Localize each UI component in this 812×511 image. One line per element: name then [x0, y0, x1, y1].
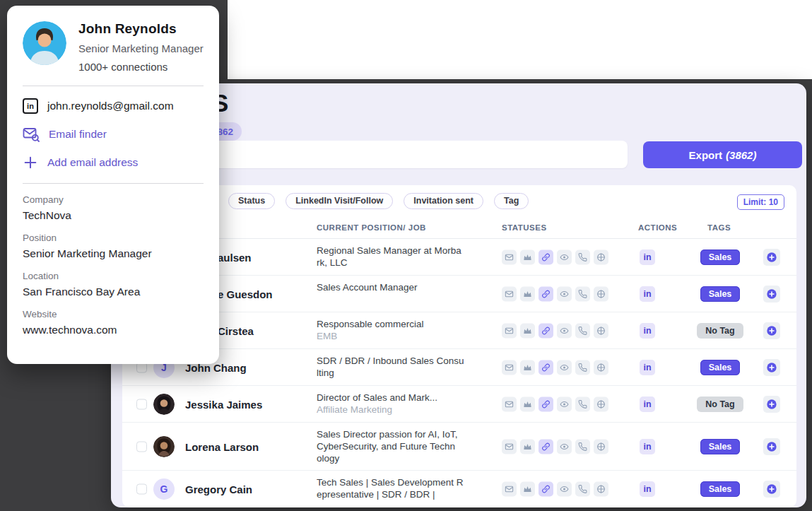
add-tag-button[interactable]: [763, 322, 780, 339]
tag-badge[interactable]: Sales: [700, 249, 741, 265]
position-line: epresentative | SDR / BDR |: [317, 488, 495, 500]
filter-chip-linkedin-visit-follow[interactable]: LinkedIn Visit/Follow: [286, 193, 393, 209]
field-value: www.technova.com: [23, 324, 204, 336]
tag-badge[interactable]: Sales: [700, 286, 741, 302]
add-tag-button[interactable]: [763, 438, 780, 455]
status-email-icon[interactable]: [502, 360, 517, 375]
lead-name: aulsen: [218, 251, 252, 263]
status-phone-icon[interactable]: [575, 482, 590, 497]
status-crown-icon[interactable]: [520, 323, 535, 338]
status-phone-icon[interactable]: [575, 286, 590, 301]
export-button[interactable]: Export(3862): [643, 141, 802, 168]
status-link-icon[interactable]: [539, 360, 553, 375]
tag-badge[interactable]: No Tag: [697, 397, 743, 412]
divider: [23, 86, 204, 86]
status-phone-icon[interactable]: [575, 249, 590, 264]
tag-cell: Sales: [685, 481, 755, 497]
status-globe-icon[interactable]: [594, 249, 608, 264]
status-link-icon[interactable]: [539, 397, 553, 411]
status-globe-icon[interactable]: [594, 397, 608, 411]
lead-name: Lorena Larson: [185, 440, 259, 452]
table-row: Lorena LarsonSales Director passion for …: [122, 423, 796, 471]
status-link-icon[interactable]: [539, 439, 553, 454]
status-crown-icon[interactable]: [520, 249, 535, 264]
status-eye-icon[interactable]: [557, 482, 572, 497]
status-globe-icon[interactable]: [594, 323, 608, 338]
row-checkbox[interactable]: [136, 484, 147, 495]
tag-badge[interactable]: Sales: [700, 360, 741, 375]
status-eye-icon[interactable]: [557, 360, 572, 375]
profile-website-field: Website www.technova.com: [23, 309, 204, 336]
field-label: Website: [23, 309, 204, 319]
plus-circle-icon: [766, 362, 777, 373]
status-link-icon[interactable]: [539, 482, 553, 497]
position-line: Tech Sales | Sales Development R: [317, 476, 495, 488]
status-eye-icon[interactable]: [557, 323, 572, 338]
status-email-icon[interactable]: [502, 249, 517, 264]
linkedin-action-button[interactable]: in: [640, 481, 655, 497]
table-row: GGregory CainTech Sales | Sales Developm…: [122, 471, 796, 507]
filter-chip-status[interactable]: Status: [228, 193, 275, 209]
status-globe-icon[interactable]: [594, 360, 608, 375]
linkedin-action-button[interactable]: in: [640, 323, 655, 339]
filter-chip-tag[interactable]: Tag: [494, 193, 529, 209]
status-email-icon[interactable]: [502, 482, 517, 497]
email-finder-label: Email finder: [49, 128, 107, 141]
status-crown-icon[interactable]: [520, 397, 535, 411]
tag-badge[interactable]: Sales: [700, 439, 741, 454]
add-tag-button[interactable]: [763, 481, 780, 498]
email-finder-button[interactable]: Email finder: [23, 126, 204, 143]
position-line: Director of Sales and Mark...: [317, 392, 495, 404]
status-email-icon[interactable]: [502, 286, 517, 301]
limit-badge[interactable]: Limit: 10: [737, 194, 784, 210]
tag-badge[interactable]: Sales: [700, 481, 741, 497]
filter-chip-invitation-sent[interactable]: Invitation sent: [404, 193, 483, 209]
status-crown-icon[interactable]: [520, 286, 535, 301]
add-email-button[interactable]: Add email address: [23, 155, 204, 170]
status-link-icon[interactable]: [539, 323, 553, 338]
status-eye-icon[interactable]: [557, 397, 572, 411]
status-icons: [502, 482, 608, 497]
linkedin-action-button[interactable]: in: [640, 360, 655, 375]
filter-chips: StatusLinkedIn Visit/FollowInvitation se…: [228, 193, 796, 209]
status-link-icon[interactable]: [539, 286, 553, 301]
add-tag-button[interactable]: [763, 286, 780, 303]
field-value: TechNova: [23, 209, 204, 222]
status-globe-icon[interactable]: [594, 286, 608, 301]
profile-connections: 1000+ connections: [78, 61, 204, 73]
add-tag-button[interactable]: [763, 396, 780, 413]
tag-badge[interactable]: No Tag: [697, 323, 743, 339]
status-globe-icon[interactable]: [594, 439, 608, 454]
status-eye-icon[interactable]: [557, 249, 572, 264]
linkedin-action-button[interactable]: in: [640, 439, 655, 454]
row-checkbox[interactable]: [136, 441, 147, 452]
plus-circle-icon: [766, 483, 777, 495]
status-crown-icon[interactable]: [520, 482, 535, 497]
status-phone-icon[interactable]: [575, 323, 590, 338]
status-globe-icon[interactable]: [594, 482, 608, 497]
position-line: rk, LLC: [317, 257, 495, 269]
position-line: Sales Account Manager: [317, 281, 495, 293]
status-link-icon[interactable]: [539, 249, 553, 264]
status-email-icon[interactable]: [502, 323, 517, 338]
row-checkbox[interactable]: [136, 399, 147, 409]
status-crown-icon[interactable]: [520, 439, 535, 454]
linkedin-action-button[interactable]: in: [640, 397, 655, 412]
status-phone-icon[interactable]: [575, 360, 590, 375]
profile-card: John Reynolds Senior Marketing Manager 1…: [7, 6, 219, 364]
position-subtitle: Affiliate Marketing: [317, 404, 495, 416]
status-eye-icon[interactable]: [557, 286, 572, 301]
linkedin-action-button[interactable]: in: [640, 249, 655, 265]
column-header: ACTIONS: [638, 223, 677, 232]
status-crown-icon[interactable]: [520, 360, 535, 375]
linkedin-icon: in: [23, 98, 38, 114]
position-line: ology: [317, 452, 495, 464]
add-tag-button[interactable]: [763, 359, 780, 376]
add-tag-button[interactable]: [763, 249, 780, 266]
status-phone-icon[interactable]: [575, 397, 590, 411]
linkedin-action-button[interactable]: in: [640, 286, 655, 302]
status-phone-icon[interactable]: [575, 439, 590, 454]
status-email-icon[interactable]: [502, 397, 517, 411]
status-email-icon[interactable]: [502, 439, 517, 454]
status-eye-icon[interactable]: [557, 439, 572, 454]
